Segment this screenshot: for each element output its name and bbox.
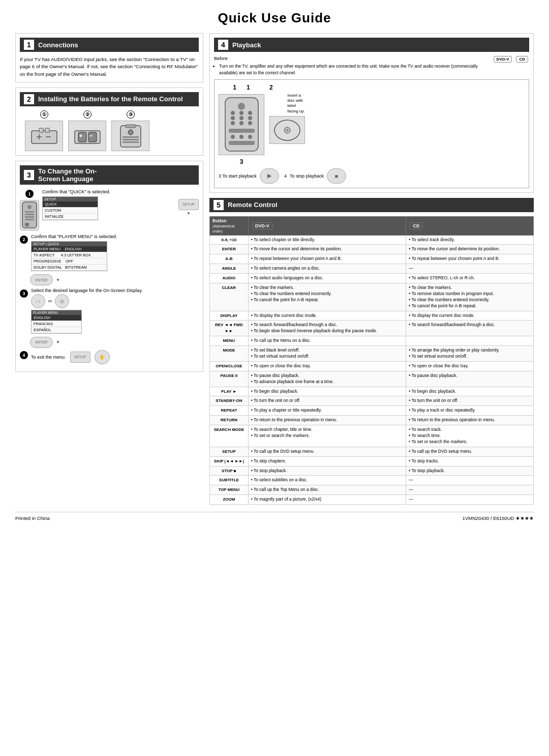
battery-circle-1: ① bbox=[40, 110, 48, 119]
battery-circle-2: ② bbox=[83, 110, 92, 119]
row-button-5: CLEAR bbox=[210, 283, 249, 311]
language-header: 3 To Change the On-Screen Language bbox=[20, 165, 199, 185]
table-row: SKIP |◄◄ ►►|• To skip chapters.• To skip… bbox=[210, 456, 534, 466]
lang-menu-2-player: PLAYER MENU ENGLISH bbox=[32, 246, 107, 252]
playback-disc-logos: DVD-V CD bbox=[493, 56, 529, 63]
row-dvd-19: • To stop playback. bbox=[248, 466, 406, 476]
footer: Printed in China 1VMN20430 / E6150UD ★★★… bbox=[15, 512, 534, 521]
lang-menu-1-item-init: INITIALIZE bbox=[43, 214, 98, 220]
table-row: RETURN• To return to the previous operat… bbox=[210, 416, 534, 425]
language-number: 3 bbox=[24, 170, 34, 180]
playback-number: 4 bbox=[218, 40, 228, 50]
svg-rect-40 bbox=[229, 141, 255, 145]
row-dvd-1: • To move the cursor and determine its p… bbox=[248, 245, 406, 254]
lang-menu-3-spanish: ESPAÑOL bbox=[32, 327, 81, 333]
svg-rect-24 bbox=[25, 223, 29, 226]
lang-step1-text: Confirm that "QUICK" is selected. bbox=[42, 189, 175, 195]
row-dvd-6: • To display the current disc mode. bbox=[248, 311, 406, 321]
remote-number: 5 bbox=[214, 200, 224, 210]
svg-rect-1 bbox=[39, 128, 43, 132]
svg-point-29 bbox=[248, 111, 252, 115]
row-button-3: ANGLE bbox=[210, 264, 249, 274]
row-cd-6: • To display the current disc mode. bbox=[406, 311, 534, 321]
battery-step-1: ① bbox=[25, 110, 63, 151]
lang-step-num-1: 1 bbox=[25, 190, 34, 198]
lang-menu-1-header: SETUP bbox=[43, 197, 98, 201]
setup-btn-1: SETUP bbox=[178, 199, 199, 210]
row-dvd-4: • To select audio languages on a disc. bbox=[248, 274, 406, 283]
svg-point-38 bbox=[239, 135, 243, 139]
table-row: REPEAT• To play a chapter or title repea… bbox=[210, 406, 534, 416]
svg-point-39 bbox=[248, 135, 252, 139]
svg-point-28 bbox=[239, 111, 243, 115]
svg-point-34 bbox=[239, 121, 243, 125]
row-button-8: MENU bbox=[210, 336, 249, 346]
lang-menu-2: SETUP | QUICK PLAYER MENU ENGLISH TV ASP… bbox=[31, 241, 107, 271]
row-cd-4: • To select STEREO, L-ch or R-ch. bbox=[406, 274, 534, 283]
row-cd-2: • To repeat between your chosen point A … bbox=[406, 254, 534, 264]
row-dvd-2: • To repeat between your chosen point A … bbox=[248, 254, 406, 264]
row-dvd-18: • To skip chapters. bbox=[248, 456, 406, 466]
lang-menu-2-header: SETUP | QUICK bbox=[32, 242, 107, 246]
row-cd-14: • To play a track or disc repeatedly. bbox=[406, 406, 534, 416]
row-dvd-12: • To begin disc playback. bbox=[248, 387, 406, 396]
row-cd-12: • To begin disc playback. bbox=[406, 387, 534, 396]
lang-menu-1-item-quick: QUICK bbox=[43, 201, 98, 208]
lang-menu-1: SETUP QUICK CUSTOM INITIALIZE bbox=[42, 196, 98, 220]
table-row: AUDIO• To select audio languages on a di… bbox=[210, 274, 534, 283]
playback-step-1b-label: 1 bbox=[247, 84, 250, 91]
svg-point-32 bbox=[248, 116, 252, 120]
row-cd-22: — bbox=[406, 495, 534, 505]
stop-btn-img: ■ bbox=[327, 168, 346, 184]
lang-remote-1 bbox=[20, 200, 39, 230]
table-row: STANDBY·ON• To turn the unit on or off.•… bbox=[210, 396, 534, 406]
lang-menu-3-header: PLAYER MENU bbox=[32, 310, 81, 315]
row-button-21: TOP MENU bbox=[210, 485, 249, 495]
row-dvd-13: • To turn the unit on or off. bbox=[248, 396, 406, 406]
playback-remote-steps: 1 1 bbox=[219, 84, 264, 165]
svg-rect-17 bbox=[123, 141, 139, 143]
svg-rect-23 bbox=[25, 219, 34, 220]
row-button-12: PLAY ► bbox=[210, 387, 249, 396]
remote-table-head: Button(Alphabetical order) DVD-V CD bbox=[210, 216, 534, 235]
remote-control-section: 5 Remote Control Button(Alphabetical ord… bbox=[209, 198, 534, 505]
row-cd-18: • To skip tracks. bbox=[406, 456, 534, 466]
playback-step4-text: To stop playback bbox=[290, 173, 324, 179]
playback-disc-img bbox=[269, 116, 305, 144]
batteries-number: 2 bbox=[24, 94, 34, 104]
row-cd-20: — bbox=[406, 476, 534, 485]
connections-section: 1 Connections If your TV has AUDIO/VIDEO… bbox=[15, 33, 203, 82]
playback-section: 4 Playback Before: Turn on the TV, ampli… bbox=[209, 33, 534, 193]
svg-rect-20 bbox=[25, 211, 34, 213]
row-cd-15: • To return to the previous operation in… bbox=[406, 416, 534, 425]
dvd-logo: DVD-V bbox=[494, 56, 512, 63]
table-row: OPEN/CLOSE• To open or close the disc tr… bbox=[210, 361, 534, 371]
row-dvd-21: • To call up the Top Menu on a disc. bbox=[248, 485, 406, 495]
row-button-2: A-B bbox=[210, 254, 249, 264]
row-cd-19: • To stop playback. bbox=[406, 466, 534, 476]
battery-image-2 bbox=[68, 121, 106, 151]
lang-menu-3: PLAYER MENU ENGLISH FRANCAIS ESPAÑOL bbox=[31, 310, 82, 334]
lang-or: or bbox=[48, 299, 52, 303]
row-dvd-22: • To magnify part of a picture. (x2/x4) bbox=[248, 495, 406, 505]
playback-diagram: 1 1 bbox=[214, 79, 529, 188]
row-dvd-8: • To call up the Menu on a disc. bbox=[248, 336, 406, 346]
svg-point-43 bbox=[286, 129, 288, 131]
table-row: ZOOM• To magnify part of a picture. (x2/… bbox=[210, 495, 534, 505]
svg-rect-15 bbox=[123, 136, 139, 138]
row-dvd-10: • To open or close the disc tray. bbox=[248, 361, 406, 371]
row-button-19: STOP ■ bbox=[210, 466, 249, 476]
connections-number: 1 bbox=[24, 40, 34, 50]
battery-image-3 bbox=[111, 121, 149, 151]
table-row: SEARCH MODE• To search chapter, title or… bbox=[210, 425, 534, 447]
enter-btn-2: ENTER bbox=[30, 337, 53, 348]
row-cd-11: • To pause disc playback. bbox=[406, 371, 534, 387]
table-row: STOP ■• To stop playback.• To stop playb… bbox=[210, 466, 534, 476]
svg-point-33 bbox=[231, 121, 235, 125]
batteries-section: 2 Installing the Batteries for the Remot… bbox=[15, 88, 203, 156]
language-section: 3 To Change the On-Screen Language 1 bbox=[15, 161, 203, 372]
col-dvd-logo: DVD-V bbox=[252, 222, 272, 229]
row-cd-1: • To move the cursor and determine its p… bbox=[406, 245, 534, 254]
row-cd-8 bbox=[406, 336, 534, 346]
lang-step2-text: Confirm that "PLAYER MENU" is selected. bbox=[31, 234, 199, 240]
